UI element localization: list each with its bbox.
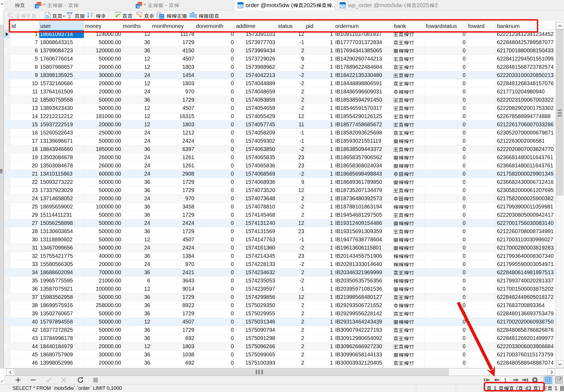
svg-text:ABC: ABC [159, 16, 164, 19]
